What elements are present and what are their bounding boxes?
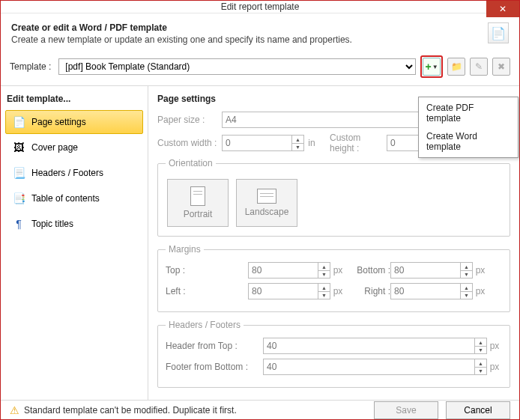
spinner[interactable]: ▲▼ (291, 136, 303, 150)
add-template-button[interactable]: +▼ (423, 58, 441, 76)
margin-right-input[interactable]: 80▲▼ (390, 283, 473, 299)
sidebar-item-label: Headers / Footers (31, 168, 103, 178)
sidebar-item-label: Table of contents (31, 193, 100, 204)
unit-px: px (473, 265, 488, 276)
margin-bottom-input[interactable]: 80▲▼ (390, 262, 473, 279)
spinner[interactable]: ▲▼ (460, 263, 472, 278)
orientation-portrait[interactable]: Portrait (167, 179, 229, 227)
custom-width-label: Custom width : (157, 138, 222, 148)
sidebar-item-headers-footers[interactable]: 📃 Headers / Footers (5, 161, 143, 185)
orientation-options: Portrait Landscape (166, 176, 502, 228)
menu-create-pdf[interactable]: Create PDF template (419, 99, 518, 127)
pencil-icon: ✎ (475, 61, 483, 72)
warning-message: ⚠ Standard template can't be modified. D… (10, 404, 237, 416)
sidebar-item-label: Page settings (31, 117, 86, 127)
wizard-icon: 📄 (488, 22, 509, 43)
dialog-window: Edit report template ✕ Create or edit a … (0, 0, 520, 420)
header-top-row: Header from Top : 40▲▼ px (166, 338, 502, 354)
spinner[interactable]: ▲▼ (460, 284, 472, 299)
template-label: Template : (10, 61, 51, 72)
portrait-icon (190, 186, 205, 206)
header-top-input[interactable]: 40▲▼ (263, 338, 487, 354)
header-top-label: Header from Top : (166, 341, 263, 351)
header-text: Create or edit a Word / PDF template Cre… (11, 22, 352, 45)
margins-legend: Margins (166, 244, 204, 255)
sidebar-item-topic-titles[interactable]: ¶ Topic titles (5, 212, 143, 236)
open-folder-button[interactable]: 📁 (447, 58, 465, 76)
sidebar-item-cover-page[interactable]: 🖼 Cover page (5, 136, 143, 159)
header: Create or edit a Word / PDF template Cre… (1, 13, 519, 52)
template-select[interactable]: [pdf] Book Template (Standard) (58, 58, 416, 75)
add-button-highlight: +▼ (420, 55, 443, 78)
footer-bottom-input[interactable]: 40▲▼ (263, 359, 487, 375)
orientation-legend: Orientation (166, 158, 216, 168)
orientation-landscape[interactable]: Landscape (236, 179, 297, 227)
cancel-button[interactable]: Cancel (446, 401, 510, 419)
margin-left-input[interactable]: 80▲▼ (248, 283, 330, 299)
sidebar-item-toc[interactable]: 📑 Table of contents (5, 186, 143, 210)
margin-left-label: Left : (166, 286, 248, 296)
sidebar: Edit template... 📄 Page settings 🖼 Cover… (1, 86, 148, 400)
unit-px: px (330, 265, 345, 276)
unit-in: in (304, 138, 319, 148)
spinner[interactable]: ▲▼ (318, 284, 330, 299)
custom-height-label: Custom height : (319, 133, 387, 153)
edit-button[interactable]: ✎ (470, 58, 488, 76)
warning-icon: ⚠ (10, 404, 19, 416)
window-title: Edit report template (221, 1, 300, 12)
menu-create-word[interactable]: Create Word template (419, 127, 518, 156)
margin-top-input[interactable]: 80▲▼ (248, 262, 330, 279)
margin-left-row: Left : 80▲▼ px Right : 80▲▼ px (166, 283, 502, 299)
footer: ⚠ Standard template can't be modified. D… (1, 400, 519, 419)
footer-bottom-row: Footer from Bottom : 40▲▼ px (166, 359, 502, 375)
paragraph-icon: ¶ (12, 217, 25, 231)
sidebar-title: Edit template... (5, 91, 143, 109)
spinner[interactable]: ▲▼ (318, 263, 330, 278)
unit-px: px (487, 341, 502, 351)
margin-bottom-label: Bottom : (345, 265, 390, 276)
sidebar-item-page-settings[interactable]: 📄 Page settings (5, 110, 143, 134)
close-icon: ✕ (499, 4, 507, 14)
unit-px: px (473, 286, 488, 296)
custom-width-input[interactable]: 0▲▼ (222, 135, 304, 151)
headers-footers-group: Headers / Footers Header from Top : 40▲▼… (157, 320, 510, 388)
landscape-icon (257, 189, 276, 204)
margin-top-row: Top : 80▲▼ px Bottom : 80▲▼ px (166, 262, 502, 279)
sidebar-item-label: Topic titles (31, 219, 73, 229)
chevron-down-icon: ▼ (432, 64, 438, 70)
x-icon: ✖ (498, 61, 505, 72)
margin-top-label: Top : (166, 265, 248, 276)
header-heading: Create or edit a Word / PDF template (11, 22, 352, 33)
unit-px: px (330, 286, 345, 296)
list-icon: 📑 (12, 192, 25, 205)
titlebar: Edit report template ✕ (1, 1, 519, 13)
save-button[interactable]: Save (374, 401, 438, 419)
margins-group: Margins Top : 80▲▼ px Bottom : 80▲▼ px L… (157, 244, 510, 312)
folder-icon: 📁 (451, 61, 462, 72)
hf-legend: Headers / Footers (166, 320, 244, 330)
paper-size-label: Paper size : (157, 115, 222, 125)
image-icon: 🖼 (12, 141, 25, 154)
delete-button[interactable]: ✖ (492, 58, 510, 76)
orientation-group: Orientation Portrait Landscape (157, 158, 510, 237)
footer-bottom-label: Footer from Bottom : (166, 362, 263, 372)
margin-right-label: Right : (345, 286, 390, 296)
header-sub: Create a new template or update an exist… (11, 34, 352, 45)
plus-icon: + (425, 61, 431, 73)
add-template-menu: Create PDF template Create Word template (418, 97, 519, 158)
document-icon: 📃 (12, 166, 25, 180)
close-button[interactable]: ✕ (486, 1, 519, 17)
unit-px: px (487, 362, 502, 372)
page-icon: 📄 (12, 115, 25, 129)
spinner[interactable]: ▲▼ (474, 359, 486, 374)
spinner[interactable]: ▲▼ (474, 338, 486, 353)
template-bar: Template : [pdf] Book Template (Standard… (1, 52, 519, 85)
sidebar-item-label: Cover page (31, 142, 78, 153)
